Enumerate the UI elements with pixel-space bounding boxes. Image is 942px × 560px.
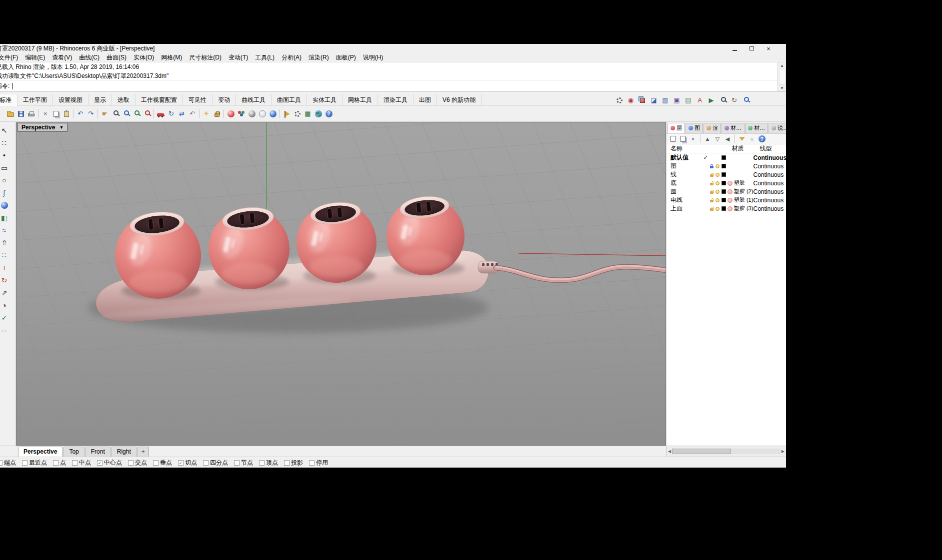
viewport-tab-perspective[interactable]: Perspective [18,447,62,457]
toolbar-tab[interactable]: V6 的新功能 [437,94,482,106]
scrollbar-track[interactable] [779,69,786,85]
filter-icon[interactable] [738,134,746,143]
layer-material-cell[interactable]: 塑胶 (1) [728,196,754,204]
toolbar-tab[interactable]: 标准 [0,94,18,106]
toolbar-tab[interactable]: 工作平面 [18,94,53,106]
osnap-checkbox[interactable] [203,460,208,466]
toolbar-tab[interactable]: 工作视窗配置 [136,94,183,106]
osnap-toggle[interactable]: 垂点 [153,459,172,467]
visibility-toggle[interactable] [714,164,720,168]
command-scrollbar[interactable]: ▲ ▼ [778,62,786,91]
zoom-window-icon[interactable] [120,108,131,119]
lock-toggle[interactable] [709,164,714,168]
toolbar-tab[interactable]: 曲面工具 [272,94,307,106]
toolbar-tab[interactable]: 可见性 [183,94,212,106]
osnap-toggle[interactable]: 端点 [0,459,16,467]
osnap-toggle[interactable]: 顶点 [259,459,278,467]
layer-material-cell[interactable]: 塑胶 (3) [728,205,754,212]
panel-tab[interactable]: 材… [722,123,744,133]
display-mode-box-icon[interactable] [637,95,648,105]
toolbar-tab[interactable]: 渲染工具 [378,94,414,106]
toolbar-tab[interactable]: 曲线工具 [236,94,272,106]
new-viewport-button[interactable]: + [138,447,149,457]
move-up-icon[interactable]: ▲ [703,134,712,143]
visibility-toggle[interactable] [714,207,720,211]
menu-item[interactable]: 曲面(S) [103,53,130,62]
layer-material-cell[interactable]: 塑胶 [728,179,754,187]
menu-item[interactable]: 尺寸标注(D) [186,53,225,62]
menu-item[interactable]: 分析(A) [278,53,305,62]
options-gear-icon[interactable] [292,108,302,119]
select-pointer-icon[interactable]: ↖ [0,125,10,136]
new-layer-icon[interactable] [668,134,678,143]
panel-tab[interactable]: 渲 [704,123,721,133]
osnap-checkbox[interactable] [309,460,314,466]
rendered-viewport-icon[interactable] [246,108,257,119]
picture-frame-icon[interactable]: ▤ [683,95,694,105]
menu-item[interactable]: 编辑(E) [22,53,48,62]
scroll-up-icon[interactable]: ▲ [780,63,784,68]
menu-item[interactable]: 查看(V) [48,53,76,62]
osnap-checkbox[interactable] [0,460,2,466]
toolbar-options-gear-icon[interactable] [614,95,624,105]
zoom-lens-icon[interactable] [740,95,751,105]
grid-options-icon[interactable]: ▦ [302,108,313,119]
layer-material-cell[interactable]: 塑胶 (2) [728,188,754,195]
osnap-checkbox[interactable] [284,460,290,466]
toolbar-tab[interactable]: 显示 [88,94,112,106]
osnap-checkbox[interactable] [128,460,134,466]
osnap-checkbox[interactable] [22,460,28,466]
cut-icon[interactable]: × [40,108,50,119]
undo-icon[interactable]: ↶ [75,108,86,119]
magnifier-icon[interactable] [718,95,728,105]
new-sublayer-icon[interactable] [678,134,688,143]
osnap-toggle[interactable]: ✓切点 [178,459,197,467]
osnap-toggle[interactable]: ✓中心点 [97,459,122,467]
layer-row[interactable]: 默认值✓Continuous [666,153,786,162]
osnap-toggle[interactable]: 交点 [128,459,147,467]
osnap-toggle[interactable]: 中点 [72,459,91,467]
turntable-icon[interactable]: ↻ [729,95,740,105]
layer-row[interactable]: 底塑胶Continuous [666,179,786,187]
viewport-canvas[interactable] [16,122,666,446]
direction-analysis-icon[interactable]: ▶ [706,95,716,105]
visibility-toggle[interactable] [714,190,720,194]
minimize-button[interactable] [727,45,742,52]
panel-tab[interactable]: 说… [768,123,786,133]
layer-linetype-cell[interactable]: Continuous [753,171,786,178]
xray-viewport-icon[interactable] [268,108,278,119]
viewport-perspective[interactable]: Perspective ▼ [16,122,666,446]
object-snap-flag-icon[interactable] [282,108,292,119]
scale-tool-icon[interactable]: ⇗ [0,287,10,298]
layer-row[interactable]: 电线塑胶 (1)Continuous [666,196,786,204]
panel-h-scrollbar[interactable]: ◀ ▶ [666,446,786,457]
help-icon[interactable]: ? [324,108,334,119]
scroll-left-icon[interactable]: ◀ [668,449,671,454]
pan-hand-icon[interactable]: ☛ [100,108,110,119]
menu-item[interactable]: 变动(T) [225,53,252,62]
paste-icon[interactable] [61,108,72,119]
open-file-icon[interactable] [5,108,16,119]
visibility-toggle[interactable] [714,173,720,177]
osnap-toggle[interactable]: 停用 [309,459,328,467]
command-prompt[interactable]: 指令: [0,80,778,91]
rectangle-tool-icon[interactable]: ▭ [0,162,10,173]
panel-tab[interactable]: 材… [745,123,768,133]
rotate-view-icon[interactable]: ↻ [166,108,176,119]
osnap-toggle[interactable]: 最近点 [22,459,47,467]
zoom-dynamic-icon[interactable] [110,108,120,119]
layer-linetype-cell[interactable]: Continuous [753,188,786,195]
menu-item[interactable]: 实体(O) [130,53,158,62]
lock-toggle[interactable] [709,189,714,194]
toolbar-tab[interactable]: 实体工具 [307,94,342,106]
menu-item[interactable]: 面板(P) [332,53,360,62]
layer-linetype-cell[interactable]: Continuous [753,163,786,170]
layer-color-swatch[interactable] [720,206,728,211]
menu-item[interactable]: 文件(F) [0,53,22,62]
circle-tool-icon[interactable]: ○ [0,175,10,186]
delete-layer-icon[interactable]: × [688,134,698,143]
osnap-checkbox[interactable]: ✓ [97,460,102,466]
check-tool-icon[interactable]: ✓ [0,312,10,323]
menu-item[interactable]: 工具(L) [252,53,278,62]
lock-toggle[interactable] [709,172,714,177]
